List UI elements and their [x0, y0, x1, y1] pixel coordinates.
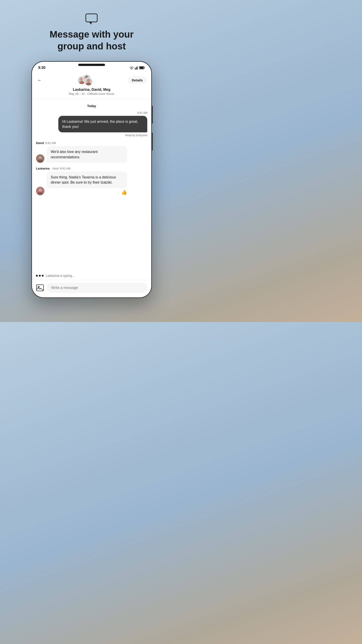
- avatar-meg: [84, 77, 93, 86]
- sender-name-david: David: [36, 141, 44, 145]
- david-message-row: We'd also love any restaurant recommenda…: [36, 146, 127, 162]
- message-input[interactable]: [47, 283, 147, 293]
- svg-point-24: [38, 286, 39, 288]
- typing-dot-3: [42, 275, 43, 276]
- avatar-group: [77, 74, 93, 86]
- david-message-text: We'd also love any restaurant recommenda…: [47, 146, 127, 162]
- thumbs-up-reaction: 👍: [121, 190, 127, 195]
- typing-dot-2: [39, 275, 41, 276]
- svg-rect-7: [140, 67, 144, 69]
- input-bar: [32, 280, 151, 298]
- sender-time-laskarina: 9:41 AM: [60, 167, 71, 170]
- top-section: Message with your group and host: [50, 0, 134, 59]
- sender-time-david: 9:41 AM: [45, 141, 56, 145]
- status-bar: 9:30: [32, 62, 151, 72]
- laskarina-avatar: [36, 187, 44, 195]
- typing-indicator: Laskarina is typing...: [32, 272, 151, 280]
- phone-inner: 9:30: [32, 62, 151, 298]
- details-button[interactable]: Details: [128, 76, 147, 84]
- chat-header: ←: [32, 72, 151, 99]
- svg-marker-1: [89, 22, 92, 24]
- svg-point-18: [39, 156, 42, 159]
- david-avatar: [36, 154, 44, 163]
- read-receipt: Read by Everyone: [36, 134, 147, 137]
- svg-rect-5: [138, 66, 139, 70]
- wifi-icon: [129, 66, 134, 70]
- received-message-david: David 9:41 AM We'd also love any restaur…: [36, 141, 127, 162]
- svg-rect-0: [86, 14, 97, 22]
- header-top-row: ←: [36, 74, 147, 86]
- chat-names: Laskarina, David, Meg: [73, 88, 110, 92]
- svg-point-16: [87, 79, 90, 82]
- svg-point-15: [86, 82, 91, 86]
- date-divider: Today: [36, 104, 147, 108]
- received-message-laskarina: Laskarina · Host 9:41 AM Sure thing. Nad…: [36, 167, 127, 195]
- sent-message-1: Hi Laskarina! We just arrived, the place…: [58, 116, 147, 132]
- svg-rect-4: [137, 66, 137, 70]
- sender-name-laskarina: Laskarina: [36, 167, 50, 170]
- chat-icon: [85, 14, 98, 24]
- typing-text: Laskarina is typing...: [46, 274, 74, 278]
- sender-role-laskarina: · Host: [51, 167, 58, 170]
- sender-info-laskarina: Laskarina · Host 9:41 AM: [36, 167, 127, 170]
- image-button[interactable]: [36, 284, 44, 292]
- back-button[interactable]: ←: [36, 77, 43, 84]
- svg-rect-3: [136, 67, 137, 70]
- sent-timestamp: 9:41 AM: [36, 111, 147, 114]
- page-headline: Message with your group and host: [50, 28, 134, 52]
- phone-frame: 9:30: [31, 61, 152, 298]
- status-time: 9:30: [38, 66, 45, 70]
- typing-dot-1: [36, 275, 38, 276]
- svg-rect-2: [135, 68, 135, 70]
- laskarina-message-row: Sure thing. Nadia's Taverna is a delicio…: [36, 172, 127, 195]
- chat-subtitle: May 28 – 31 · Cliffside Cave House: [69, 92, 114, 96]
- signal-icon: [135, 66, 138, 70]
- typing-dots: [36, 275, 43, 276]
- svg-rect-23: [36, 285, 43, 291]
- laskarina-message-text: Sure thing. Nadia's Taverna is a delicio…: [47, 172, 127, 188]
- battery-icon: [139, 66, 145, 69]
- status-icons: [129, 66, 145, 70]
- messages-area[interactable]: Today 9:41 AM Hi Laskarina! We just arri…: [32, 99, 151, 272]
- svg-point-21: [39, 188, 42, 192]
- sender-info-david: David 9:41 AM: [36, 141, 127, 145]
